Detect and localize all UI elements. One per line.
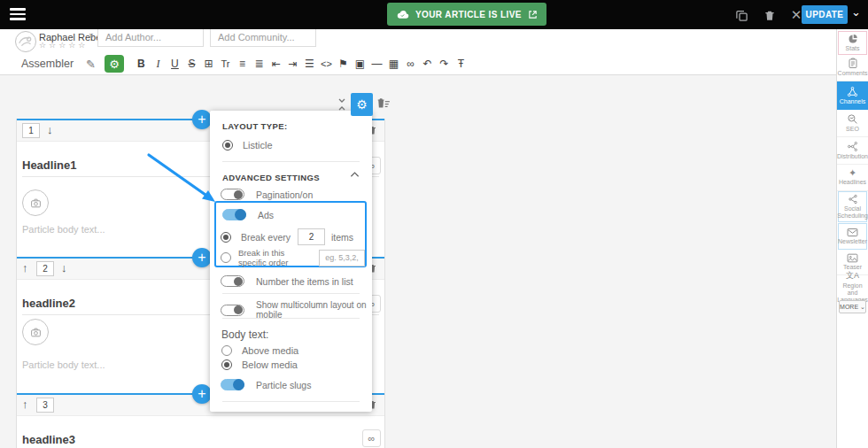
underline-icon[interactable]: U — [167, 58, 183, 70]
author-avatar[interactable] — [15, 31, 36, 52]
break-order-input[interactable] — [319, 250, 365, 266]
particle-slugs-toggle[interactable] — [221, 379, 244, 390]
indent-icon[interactable]: ⇥ — [284, 58, 301, 70]
sidebar-item-comments[interactable]: Comments — [837, 55, 868, 81]
strikethrough-icon[interactable]: S — [183, 58, 200, 70]
layout-option-listicle[interactable]: Listicle — [222, 140, 273, 151]
undo-icon[interactable]: ↶ — [419, 58, 436, 70]
assembler-settings-gear-icon[interactable]: ⚙ — [105, 55, 124, 73]
add-community-input[interactable] — [210, 27, 316, 47]
list-settings-gear-button[interactable]: ⚙ — [351, 93, 373, 116]
clear-format-icon[interactable]: Ŧ — [453, 58, 469, 70]
radio-listicle[interactable] — [222, 140, 233, 151]
radio-above-media[interactable] — [221, 345, 232, 356]
live-badge-label: YOUR ARTICLE IS LIVE — [415, 10, 522, 19]
particle-headline[interactable]: headline2 — [22, 297, 75, 310]
insert-frame-icon[interactable]: ⊞ — [200, 58, 217, 70]
particle-headline[interactable]: Headline1 — [22, 158, 76, 172]
seo-magnifier-icon — [847, 113, 858, 125]
author-rating-stars[interactable]: ☆☆☆☆☆ — [39, 41, 88, 50]
divider — [222, 401, 360, 402]
numbered-list-icon[interactable]: ≣ — [251, 58, 267, 70]
table-icon[interactable]: ▦ — [385, 58, 402, 70]
add-particle-button[interactable]: + — [192, 384, 212, 404]
add-media-camera-button[interactable] — [22, 189, 49, 216]
right-sidebar: Stats Comments Channels SEO Distribution — [836, 29, 868, 448]
ads-toggle[interactable] — [222, 209, 246, 220]
move-down-icon[interactable]: ↓ — [61, 261, 67, 274]
break-every-input[interactable] — [298, 228, 325, 245]
sidebar-item-channels[interactable]: Channels — [837, 81, 868, 110]
assembler-label[interactable]: Assembler — [21, 58, 74, 70]
bold-icon[interactable]: B — [133, 58, 150, 70]
bullet-list-icon[interactable]: ≡ — [234, 58, 251, 70]
break-every-setting: Break every items — [221, 228, 353, 245]
collapse-icon[interactable] — [337, 98, 347, 111]
multicolumn-toggle[interactable] — [221, 305, 244, 316]
envelope-icon — [847, 228, 858, 237]
article-live-badge[interactable]: YOUR ARTICLE IS LIVE — [387, 3, 546, 26]
particle-link-button[interactable]: ∞ — [362, 429, 381, 447]
delete-article-icon[interactable] — [762, 7, 778, 23]
add-author-input[interactable] — [97, 27, 204, 47]
insert-image-icon[interactable]: ▣ — [352, 58, 368, 70]
particle-number-input[interactable] — [36, 398, 54, 413]
radio-break-order[interactable] — [221, 252, 231, 263]
chevron-down-icon: ⌄ — [860, 304, 865, 311]
body-text-option-above[interactable]: Above media — [221, 345, 298, 356]
sidebar-item-newsletter[interactable]: Newsletter — [838, 223, 867, 250]
redo-icon[interactable]: ↷ — [436, 58, 453, 70]
pagination-toggle[interactable] — [221, 189, 244, 200]
sidebar-item-social-scheduling[interactable]: Social Scheduling — [838, 191, 867, 222]
particle-number-input[interactable] — [22, 123, 40, 138]
number-items-setting: Number the items in list — [221, 275, 353, 287]
add-particle-button[interactable]: + — [192, 248, 212, 267]
chevron-up-icon[interactable] — [350, 171, 360, 178]
particle-body-placeholder[interactable]: Particle body text... — [22, 224, 105, 235]
editor-subheader: Raphael Rebel × ☆☆☆☆☆ Assembler ✎ ⚙ B I … — [0, 29, 868, 75]
multicolumn-setting: Show multicolumn layout on mobile — [221, 300, 372, 320]
update-options-chevron-icon[interactable]: ⌄ — [851, 5, 861, 19]
formatting-toolbar: Assembler ✎ ⚙ B I U S ⊞ Tr ≡ ≣ ⇤ ⇥ ☰ <> … — [0, 52, 469, 75]
clipboard-icon — [848, 58, 858, 69]
text-style-icon[interactable]: Tr — [217, 58, 234, 69]
sidebar-item-distribution[interactable]: Distribution — [837, 137, 868, 165]
advanced-settings-label[interactable]: ADVANCED SETTINGS — [222, 173, 320, 182]
add-particle-button[interactable]: + — [192, 110, 212, 129]
code-icon[interactable]: <> — [318, 58, 335, 69]
radio-below-media[interactable] — [221, 359, 232, 370]
share-nodes-icon — [848, 194, 858, 205]
radio-break-every[interactable] — [221, 232, 231, 243]
align-icon[interactable]: ☰ — [301, 58, 318, 70]
delete-sweep-icon[interactable] — [376, 97, 391, 110]
update-button[interactable]: UPDATE — [802, 5, 848, 24]
sidebar-item-seo[interactable]: SEO — [837, 110, 868, 137]
sparkle-icon: ✦ — [849, 168, 856, 178]
italic-icon[interactable]: I — [150, 58, 167, 71]
move-up-icon[interactable]: ↑ — [22, 398, 28, 411]
sidebar-item-headlines[interactable]: ✦ Headlines — [837, 165, 868, 191]
sidebar-item-stats[interactable]: Stats — [838, 31, 867, 55]
move-down-icon[interactable]: ↓ — [47, 123, 53, 136]
horizontal-rule-icon[interactable]: — — [368, 58, 385, 70]
sidebar-item-region-languages[interactable]: 文A Region and Languages — [837, 275, 868, 298]
link-icon[interactable]: ∞ — [402, 58, 419, 70]
pencil-icon[interactable]: ✎ — [86, 58, 96, 71]
break-order-setting: Break in this specific order — [221, 248, 365, 267]
particle-number-input[interactable] — [36, 261, 54, 276]
outdent-icon[interactable]: ⇤ — [267, 58, 284, 70]
hamburger-menu-icon[interactable] — [10, 8, 26, 20]
body-text-label: Body text: — [221, 328, 268, 341]
bookmark-icon[interactable]: ⚑ — [335, 58, 352, 70]
article-editor: YOUR ARTICLE IS LIVE ✕ UPDATE ⌄ Raphael … — [0, 0, 868, 448]
sidebar-more-button[interactable]: MORE ⌄ — [839, 300, 866, 313]
add-media-camera-button[interactable] — [22, 319, 49, 345]
body-text-option-below[interactable]: Below media — [221, 359, 298, 370]
distribution-nodes-icon — [847, 141, 858, 152]
particle-headline[interactable]: headline3 — [22, 433, 75, 446]
duplicate-icon[interactable] — [733, 7, 749, 23]
remove-author-icon[interactable]: × — [89, 31, 94, 41]
move-up-icon[interactable]: ↑ — [22, 261, 28, 274]
particle-body-placeholder[interactable]: Particle body text... — [22, 359, 105, 370]
number-items-toggle[interactable] — [221, 275, 244, 287]
